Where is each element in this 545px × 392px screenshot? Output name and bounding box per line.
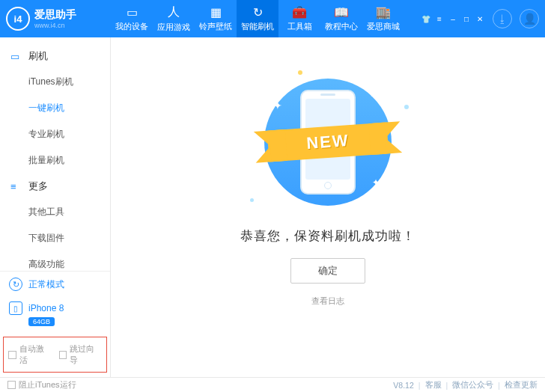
refresh-icon: ↻: [9, 278, 22, 291]
download-circle-icon[interactable]: ⭳: [493, 9, 512, 28]
nav-tab[interactable]: ↻智能刷机: [237, 0, 278, 37]
device-storage-badge: 64GB: [28, 317, 55, 326]
status-link-update[interactable]: 检查更新: [505, 380, 538, 391]
body: ▭刷机iTunes刷机一键刷机专业刷机批量刷机≡更多其他工具下载固件高级功能 ↻…: [0, 37, 545, 377]
statusbar: 阻止iTunes运行 V8.12 | 客服 | 微信公众号 | 检查更新: [0, 377, 545, 392]
group-label: 更多: [28, 180, 48, 193]
header-right: 👕 ≡ – □ ✕ ⭳ 👤: [421, 9, 539, 28]
tab-icon: 📖: [334, 5, 349, 19]
tab-icon: 人: [168, 4, 180, 20]
logo-badge: i4: [14, 13, 22, 25]
sidebar-item[interactable]: 其他工具: [0, 199, 110, 225]
auto-activate-checkbox[interactable]: 自动激活: [8, 343, 52, 366]
tab-label: 教程中心: [325, 21, 358, 32]
tab-label: 铃声壁纸: [199, 21, 232, 32]
sidebar-footer: ↻ 正常模式 ▯ iPhone 8 64GB 自动激活 跳过向导: [0, 271, 110, 377]
success-illustration: ✦ ✦ ✦ NEW: [253, 75, 403, 209]
app-title: 爱思助手: [34, 8, 76, 20]
ribbon-text: NEW: [305, 131, 350, 153]
sidebar: ▭刷机iTunes刷机一键刷机专业刷机批量刷机≡更多其他工具下载固件高级功能 ↻…: [0, 37, 111, 377]
device-name: iPhone 8: [28, 303, 64, 313]
mode-label: 正常模式: [28, 278, 64, 291]
tab-label: 我的设备: [115, 21, 148, 32]
nav-tab[interactable]: ▭我的设备: [111, 0, 153, 37]
tab-icon: ↻: [253, 5, 263, 19]
tab-label: 爱思商城: [367, 21, 400, 32]
nav-tab[interactable]: 🧰工具箱: [278, 0, 320, 37]
block-itunes-checkbox[interactable]: 阻止iTunes运行: [7, 379, 76, 391]
sidebar-item[interactable]: 高级功能: [0, 251, 110, 271]
nav-tab[interactable]: 🏬爱思商城: [362, 0, 404, 37]
app-subtitle: www.i4.cn: [34, 22, 76, 29]
tab-icon: ▭: [127, 5, 138, 19]
checkbox-label: 跳过向导: [70, 343, 102, 366]
group-icon: ▭: [10, 51, 22, 62]
nav-tab[interactable]: 人应用游戏: [153, 0, 195, 37]
maximize-icon[interactable]: □: [461, 13, 472, 24]
tab-label: 智能刷机: [241, 21, 274, 32]
tab-icon: 🧰: [292, 5, 307, 19]
view-log-link[interactable]: 查看日志: [311, 295, 344, 307]
user-circle-icon[interactable]: 👤: [520, 9, 539, 28]
new-ribbon: NEW: [267, 122, 389, 162]
checkbox-label: 自动激活: [19, 343, 52, 366]
logo-icon: i4: [6, 7, 30, 31]
close-icon[interactable]: ✕: [475, 13, 485, 24]
options-highlight-box: 自动激活 跳过向导: [3, 337, 107, 373]
tab-label: 工具箱: [287, 21, 312, 32]
logo-area: i4 爱思助手 www.i4.cn: [6, 7, 111, 31]
main-content: ✦ ✦ ✦ NEW 恭喜您，保资料刷机成功啦！ 确定 查看日志: [111, 37, 545, 377]
version-text: V8.12: [393, 381, 413, 390]
device-row[interactable]: ▯ iPhone 8 64GB: [0, 297, 110, 334]
checkbox-icon: [59, 351, 67, 359]
phone-icon: ▯: [9, 301, 22, 315]
sidebar-group-header[interactable]: ≡更多: [0, 174, 110, 199]
confirm-button[interactable]: 确定: [290, 258, 365, 284]
minimize-icon[interactable]: –: [448, 13, 458, 24]
sidebar-item[interactable]: 专业刷机: [0, 121, 110, 147]
sidebar-item[interactable]: 下载固件: [0, 225, 110, 251]
tab-label: 应用游戏: [157, 22, 190, 33]
skin-icon[interactable]: 👕: [421, 13, 431, 24]
sidebar-group-header[interactable]: ▭刷机: [0, 43, 110, 69]
sidebar-item[interactable]: 一键刷机: [0, 95, 110, 121]
tab-icon: 🏬: [376, 5, 391, 19]
nav-tab[interactable]: ▦铃声壁纸: [195, 0, 237, 37]
group-icon: ≡: [10, 181, 22, 192]
sidebar-groups: ▭刷机iTunes刷机一键刷机专业刷机批量刷机≡更多其他工具下载固件高级功能: [0, 37, 110, 271]
success-message: 恭喜您，保资料刷机成功啦！: [240, 227, 415, 245]
sidebar-item[interactable]: 批量刷机: [0, 147, 110, 174]
checkbox-label: 阻止iTunes运行: [19, 379, 76, 391]
skip-wizard-checkbox[interactable]: 跳过向导: [59, 343, 103, 366]
mode-row[interactable]: ↻ 正常模式: [0, 272, 110, 297]
checkbox-icon: [7, 381, 16, 389]
tab-icon: ▦: [210, 5, 222, 19]
status-link-support[interactable]: 客服: [425, 380, 442, 391]
nav-tabs: ▭我的设备人应用游戏▦铃声壁纸↻智能刷机🧰工具箱📖教程中心🏬爱思商城: [111, 0, 421, 37]
nav-tab[interactable]: 📖教程中心: [320, 0, 362, 37]
checkbox-icon: [8, 351, 16, 359]
group-label: 刷机: [28, 49, 48, 63]
sidebar-item[interactable]: iTunes刷机: [0, 69, 110, 95]
menu-icon[interactable]: ≡: [434, 13, 445, 24]
status-link-wechat[interactable]: 微信公众号: [452, 380, 493, 391]
header: i4 爱思助手 www.i4.cn ▭我的设备人应用游戏▦铃声壁纸↻智能刷机🧰工…: [0, 0, 545, 37]
